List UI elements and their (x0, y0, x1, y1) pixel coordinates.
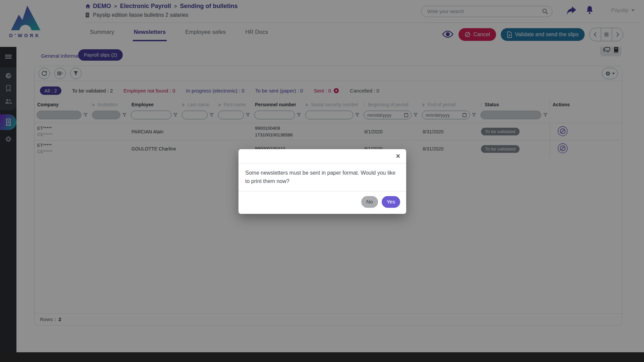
dialog-message: Some newsletters must be sent in paper f… (238, 164, 406, 191)
close-icon[interactable]: × (395, 152, 401, 161)
dialog-footer: No Yes (238, 191, 406, 214)
yes-button[interactable]: Yes (382, 196, 400, 208)
dialog-header: × (238, 149, 406, 164)
no-button[interactable]: No (361, 196, 378, 208)
print-confirmation-dialog: × Some newsletters must be sent in paper… (238, 149, 406, 214)
